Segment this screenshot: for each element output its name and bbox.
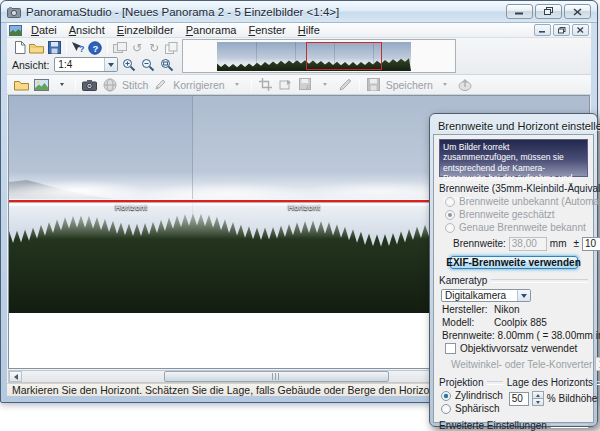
window-title: PanoramaStudio - [Neues Panorama 2 - 5 E… [26,6,339,18]
camera-group-title: Kameratyp [439,275,588,286]
mdi-close-button[interactable] [572,24,589,36]
crop-icon[interactable] [257,77,274,93]
manufacturer-row: Hersteller: Nikon [442,304,588,315]
panorama-overview-panel[interactable] [182,39,456,73]
radio-icon-selected[interactable] [441,391,451,401]
menu-hilfe[interactable]: Hilfe [292,24,326,36]
menu-ansicht[interactable]: Ansicht [63,24,111,36]
chevron-down-icon[interactable] [53,77,70,93]
open-folder-icon[interactable] [29,40,44,56]
chevron-down-icon[interactable] [229,77,246,93]
correct-pen-icon[interactable] [152,77,169,93]
checkbox-icon[interactable] [445,343,456,354]
camera-icon[interactable] [81,77,98,93]
edit-pen-icon[interactable] [337,77,354,93]
view-scale-combobox[interactable]: 1:4 [54,57,118,72]
radio-focal-estimated[interactable]: Brennweite geschätzt [445,209,588,220]
projection-column: Projektion Zylindrisch Sphärisch [439,373,503,414]
camera-type-value: Digitalkamera [445,290,506,301]
save-as-icon[interactable] [297,77,314,93]
stitch-button-label[interactable]: Stitch [122,79,148,91]
toolbar-separator [251,78,252,91]
correct-button-label[interactable]: Korrigieren [173,79,224,91]
overview-viewport-rect[interactable] [306,42,382,70]
horizon-unit-label: % Bildhöhe [547,393,598,404]
radio-cylindrical[interactable]: Zylindrisch [441,390,503,401]
lens-attachment-row[interactable]: Objektivvorsatz verwendet [445,343,588,354]
publish-icon[interactable] [457,77,474,93]
rotate-left-icon[interactable]: ↺ [129,40,144,56]
duplicate-image-icon[interactable] [164,40,179,56]
camera-focal-value: 8.00mm ( = 38.00mm im KB-Format) [498,330,600,341]
horizon-value-row: % Bildhöhe [509,391,600,406]
camera-focal-label: Brennweite: [442,330,495,341]
scrollbar-grip [272,373,281,380]
chevron-down-icon[interactable] [104,58,117,71]
radio-focal-known[interactable]: Genaue Brennweite bekannt [445,222,588,233]
converter-row: Weitwinkel- oder Tele-Konverter X [451,357,588,371]
radio-spherical[interactable]: Sphärisch [441,403,503,414]
radio-icon[interactable] [445,197,455,207]
horizon-position-input[interactable] [509,392,529,406]
radio-icon[interactable] [441,404,451,414]
image-seam [295,42,296,71]
chevron-down-icon[interactable] [437,77,454,93]
radio-focal-unknown[interactable]: Brennweite unbekannt (Automatik) [445,196,588,207]
manufacturer-label: Hersteller: [442,304,494,315]
rotate-right-icon[interactable]: ↻ [147,40,162,56]
save-button-label[interactable]: Speichern [386,79,433,91]
context-help-icon[interactable]: ? [71,40,86,56]
export-image-icon[interactable] [33,77,50,93]
main-toolbar: ? ? ↺ ↻ Ansicht: 1:4 [9,39,179,73]
exif-focal-button[interactable]: EXIF-Brennweite verwenden [450,256,578,269]
radio-label: Brennweite geschätzt [459,209,555,220]
add-images-icon[interactable] [112,40,127,56]
open-project-icon[interactable] [13,77,30,93]
mm-unit-label: mm [550,238,567,249]
save-panorama-icon[interactable] [365,77,382,93]
horizon-spinner [532,391,544,406]
document-icon[interactable] [9,25,22,36]
zoom-in-icon[interactable] [120,57,137,73]
radio-label: Zylindrisch [455,390,503,401]
about-help-icon[interactable]: ? [88,40,103,56]
menu-panorama[interactable]: Panorama [180,24,243,36]
close-button[interactable] [564,4,591,19]
new-document-icon[interactable] [12,40,27,56]
zoom-out-icon[interactable] [139,57,156,73]
radio-label: Sphärisch [455,403,499,414]
mdi-window-controls [534,24,591,36]
minimize-button[interactable] [506,4,533,19]
svg-text:?: ? [93,42,99,53]
scrollbar-thumb[interactable] [164,371,389,382]
radio-icon[interactable] [445,223,455,233]
menu-einzelbilder[interactable]: Einzelbilder [111,24,180,36]
mdi-minimize-button[interactable] [534,24,551,36]
radio-icon-selected[interactable] [445,210,455,220]
spin-down-icon[interactable] [532,399,544,406]
radio-label: Brennweite unbekannt (Automatik) [459,196,600,207]
mdi-restore-button[interactable] [553,24,570,36]
chevron-down-icon[interactable] [317,77,334,93]
manufacturer-value: Nikon [494,304,520,315]
spin-up-icon[interactable] [532,391,544,399]
titlebar[interactable]: PanoramaStudio - [Neues Panorama 2 - 5 E… [1,1,597,23]
focal-group-title: Brennweite (35mm-Kleinbild-Äquivalent) [439,183,588,194]
zoom-fit-icon[interactable] [158,57,175,73]
chevron-down-icon[interactable] [517,290,530,301]
restore-button[interactable] [535,4,562,19]
save-icon[interactable] [46,40,61,56]
transform-icon[interactable] [277,77,294,93]
toolbar-separator [75,78,76,91]
menu-datei[interactable]: Datei [25,24,63,36]
scroll-left-arrow[interactable] [9,371,22,382]
stitch-icon[interactable] [101,77,118,93]
focal-value-input[interactable] [509,237,547,251]
dialog-titlebar[interactable]: Brennweite und Horizont einstellen [433,117,594,134]
camera-type-combobox[interactable]: Digitalkamera [441,289,531,302]
focal-length-dialog[interactable]: Brennweite und Horizont einstellen Um Bi… [429,113,598,427]
tolerance-input[interactable] [582,237,600,251]
menu-fenster[interactable]: Fenster [242,24,291,36]
converter-input[interactable] [595,357,600,371]
horizon-group-title: Lage des Horizonts [507,377,600,388]
